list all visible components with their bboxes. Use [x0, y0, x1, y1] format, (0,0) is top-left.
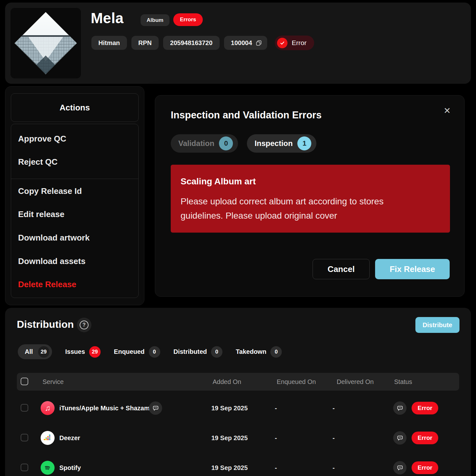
service-name: Spotify	[59, 460, 81, 475]
label-chip: RPN	[131, 36, 159, 50]
deezer-icon	[41, 431, 55, 445]
menu-item-delete-release[interactable]: Delete Release	[18, 279, 76, 290]
tab-validation-count: 0	[219, 136, 233, 150]
status-comment-icon[interactable]	[393, 461, 407, 474]
inspection-validation-modal: ✕ Inspection and Validation Errors Valid…	[155, 95, 465, 297]
distribution-title: Distribution	[17, 319, 74, 330]
column-delivered-on: Delivered On	[337, 373, 374, 391]
menu-item-reject-qc[interactable]: Reject QC	[18, 156, 57, 168]
filter-issues[interactable]: Issues 29	[65, 346, 101, 358]
delivered-on-value: -	[333, 430, 335, 446]
artist-chip: Hitman	[91, 36, 127, 50]
enqueued-on-value: -	[275, 430, 277, 446]
inspection-error-alert: Scaling Album art Please upload correct …	[171, 165, 450, 233]
column-enqueued-on: Enqueued On	[277, 373, 316, 391]
filter-enqueued[interactable]: Enqueued 0	[114, 346, 160, 358]
comment-icon[interactable]	[149, 401, 162, 415]
fix-release-button[interactable]: Fix Release	[375, 259, 450, 279]
services-table-header: Service Added On Enqueued On Delivered O…	[17, 373, 459, 391]
error-check-icon	[277, 38, 288, 48]
actions-panel-title: Actions	[11, 93, 139, 122]
menu-item-edit-release[interactable]: Edit release	[18, 208, 64, 220]
filter-enqueued-count: 0	[149, 346, 160, 358]
added-on-value: 19 Sep 2025	[211, 400, 248, 416]
status-comment-icon[interactable]	[393, 431, 407, 445]
album-artwork	[10, 8, 81, 78]
distribution-filters: All 29 Issues 29 Enqueued 0 Distributed …	[18, 344, 282, 359]
row-checkbox[interactable]	[21, 404, 28, 412]
release-id-value: 100004	[231, 36, 252, 50]
menu-item-copy-release-id[interactable]: Copy Release Id	[18, 185, 82, 197]
added-on-value: 19 Sep 2025	[211, 430, 248, 446]
actions-panel: Actions Approve QC Reject QC Copy Releas…	[5, 86, 144, 305]
filter-takedown-label: Takedown	[236, 348, 266, 355]
upc-chip: 205948163720	[163, 36, 219, 50]
row-checkbox[interactable]	[21, 434, 28, 441]
release-id-chip[interactable]: 100004	[224, 36, 268, 50]
music-note-glyph: ♫	[45, 404, 50, 413]
help-button[interactable]: ?	[77, 318, 91, 332]
filter-takedown[interactable]: Takedown 0	[236, 346, 282, 358]
close-icon[interactable]: ✕	[441, 105, 453, 116]
menu-divider	[11, 179, 138, 179]
filter-enqueued-label: Enqueued	[114, 348, 145, 355]
distribute-button[interactable]: Distribute	[415, 317, 459, 333]
alert-title: Scaling Album art	[181, 176, 440, 187]
spotify-icon	[41, 461, 55, 475]
status-comment-icon[interactable]	[393, 401, 407, 415]
filter-all-label: All	[25, 348, 33, 355]
menu-item-download-artwork[interactable]: Download artwork	[18, 232, 89, 243]
delivered-on-value: -	[333, 400, 335, 416]
status-badge[interactable]: Error	[412, 432, 438, 444]
tab-validation-label: Validation	[178, 139, 214, 148]
enqueued-on-value: -	[275, 460, 277, 475]
filter-distributed-count: 0	[211, 346, 222, 358]
release-header-card: Mela Album Errors Hitman RPN 20594816372…	[5, 3, 471, 84]
cancel-button[interactable]: Cancel	[313, 259, 370, 279]
service-name: Deezer	[59, 430, 80, 446]
tab-inspection-label: Inspection	[255, 139, 293, 148]
status-badge[interactable]: Error	[412, 402, 438, 414]
column-added-on: Added On	[213, 373, 241, 391]
added-on-value: 19 Sep 2025	[211, 460, 248, 475]
tab-validation[interactable]: Validation 0	[171, 134, 238, 153]
tab-inspection[interactable]: Inspection 1	[247, 134, 316, 153]
copy-icon[interactable]	[255, 40, 262, 46]
errors-badge: Errors	[173, 13, 203, 26]
column-service: Service	[43, 373, 64, 391]
table-row-spotify: Spotify 19 Sep 2025 - - Error	[17, 460, 459, 475]
status-badge[interactable]: Error	[412, 461, 438, 474]
menu-item-approve-qc[interactable]: Approve QC	[18, 133, 66, 144]
release-title: Mela	[91, 10, 123, 27]
filter-distributed[interactable]: Distributed 0	[174, 346, 223, 358]
apple-music-icon: ♫	[41, 401, 55, 415]
tab-inspection-count: 1	[297, 136, 311, 150]
table-row-deezer: Deezer 19 Sep 2025 - - Error	[17, 430, 459, 446]
enqueued-on-value: -	[275, 400, 277, 416]
release-status-label: Error	[292, 39, 307, 47]
modal-tabs: Validation 0 Inspection 1	[171, 134, 316, 153]
filter-distributed-label: Distributed	[174, 348, 207, 355]
filter-issues-label: Issues	[65, 348, 85, 355]
release-meta-row: Hitman RPN 205948163720 100004 Error	[91, 36, 314, 50]
alert-body: Please upload correct album art accordin…	[181, 194, 426, 223]
column-status: Status	[394, 373, 412, 391]
question-icon: ?	[80, 321, 89, 329]
filter-issues-count: 29	[89, 346, 101, 358]
delivered-on-value: -	[333, 460, 335, 475]
distribution-card: Distribution ? Distribute All 29 Issues …	[5, 308, 471, 476]
service-name: iTunes/Apple Music + Shazam	[59, 400, 150, 416]
table-row-itunes: ♫ iTunes/Apple Music + Shazam 19 Sep 202…	[17, 400, 459, 416]
filter-all[interactable]: All 29	[18, 344, 52, 359]
menu-item-download-assets[interactable]: Download assets	[18, 255, 85, 267]
album-artwork-image	[10, 8, 81, 78]
release-status-chip: Error	[275, 36, 314, 50]
release-type-badge: Album	[141, 14, 169, 26]
select-all-checkbox[interactable]	[21, 378, 28, 385]
modal-title: Inspection and Validation Errors	[171, 109, 321, 121]
filter-all-count: 29	[38, 346, 50, 358]
filter-takedown-count: 0	[270, 346, 282, 358]
actions-menu: Approve QC Reject QC Copy Release Id Edi…	[11, 124, 139, 298]
row-checkbox[interactable]	[21, 464, 28, 471]
